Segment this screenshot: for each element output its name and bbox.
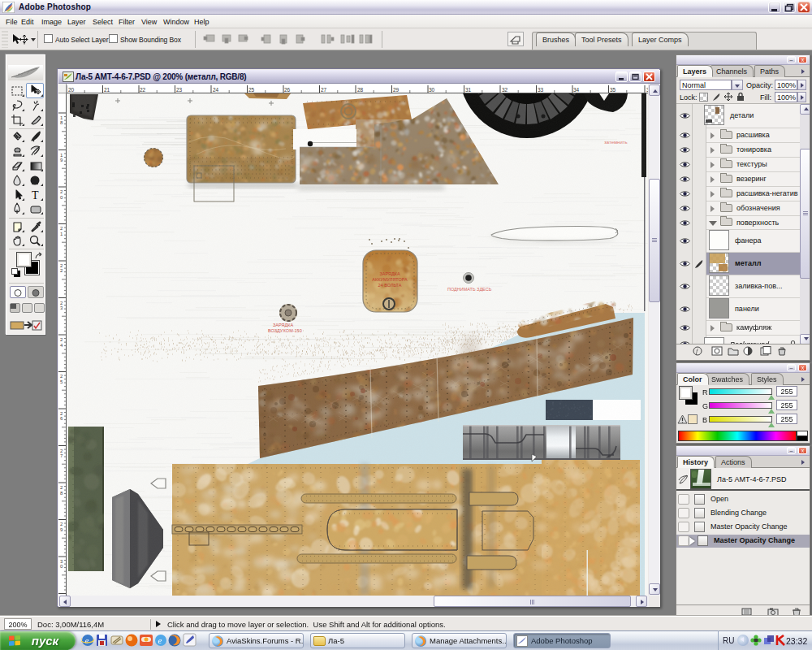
svg-text:6: 6 [60,416,63,421]
svg-text:8: 8 [60,120,63,125]
svg-text:4: 4 [60,343,63,348]
svg-text:1: 1 [60,232,63,236]
svg-text:2: 2 [60,189,63,194]
svg-text:2: 2 [60,522,63,526]
svg-text:2: 2 [60,485,63,490]
svg-text:32: 32 [502,87,508,93]
svg-text:22: 22 [140,87,146,93]
svg-text:9: 9 [60,158,63,162]
svg-text:3: 3 [60,306,63,310]
svg-text:35: 35 [610,87,616,93]
svg-text:28: 28 [357,87,364,93]
svg-text:T: T [32,189,39,202]
svg-text:2: 2 [60,268,63,273]
svg-text:2: 2 [60,226,63,231]
svg-text:9: 9 [60,527,63,532]
svg-text:7: 7 [60,453,63,458]
svg-text:2: 2 [60,337,63,342]
svg-text:f: f [696,348,699,355]
svg-text:5: 5 [60,379,63,384]
svg-text:33: 33 [538,87,544,93]
svg-text:21: 21 [104,87,110,93]
svg-text:23: 23 [176,87,183,93]
svg-text:36: 36 [646,87,648,93]
svg-text:2: 2 [60,374,63,379]
svg-text:20: 20 [68,87,75,93]
svg-text:8: 8 [60,491,63,496]
svg-text:0: 0 [60,564,63,569]
svg-text:31: 31 [465,87,472,93]
svg-text:34: 34 [573,87,580,93]
svg-text:25: 25 [248,87,255,93]
svg-text:29: 29 [393,87,400,93]
svg-text:30: 30 [429,87,435,93]
svg-text:0: 0 [60,195,63,200]
svg-text:e: e [158,635,162,645]
svg-text:24: 24 [213,87,219,93]
svg-text:e: e [85,635,89,645]
svg-text:27: 27 [321,87,327,93]
svg-text:26: 26 [284,87,291,93]
